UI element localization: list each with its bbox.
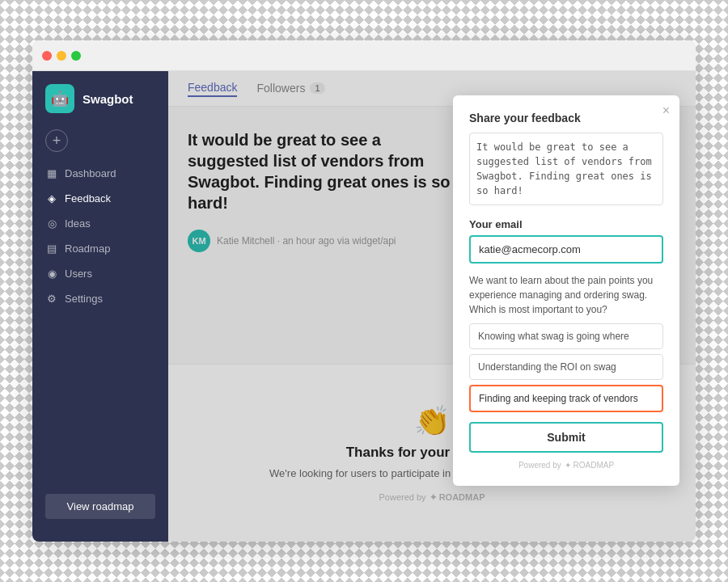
option-1[interactable]: Knowing what swag is going where — [469, 323, 663, 349]
modal-overlay: × Share your feedback It would be great … — [168, 71, 696, 542]
sidebar-item-users[interactable]: ◉ Users — [32, 262, 168, 285]
feedback-icon: ◈ — [45, 192, 58, 205]
sidebar-label-users: Users — [65, 268, 92, 280]
browser-window: 🤖 Swagbot + ▦ Dashboard ◈ Feedback ◎ Ide… — [32, 40, 696, 542]
feedback-modal: × Share your feedback It would be great … — [453, 95, 679, 486]
modal-powered-by: Powered by ✦ ROADMAP — [469, 461, 663, 470]
view-roadmap-button[interactable]: View roadmap — [45, 494, 155, 519]
logo-icon: 🤖 — [45, 84, 74, 113]
settings-icon: ⚙ — [45, 293, 58, 305]
roadmap-icon: ▤ — [45, 242, 58, 255]
browser-bar — [32, 40, 696, 71]
sidebar-label-dashboard: Dashboard — [65, 167, 116, 179]
sidebar-label-ideas: Ideas — [65, 217, 91, 230]
sidebar-logo: 🤖 Swagbot — [32, 84, 168, 129]
ideas-icon: ◎ — [45, 217, 58, 230]
modal-roadmap-logo: ✦ ROADMAP — [565, 461, 614, 470]
modal-close-button[interactable]: × — [662, 103, 670, 118]
sidebar-label-feedback: Feedback — [65, 192, 111, 205]
sidebar-item-ideas[interactable]: ◎ Ideas — [32, 212, 168, 235]
sidebar-item-dashboard[interactable]: ▦ Dashboard — [32, 162, 168, 185]
submit-button[interactable]: Submit — [469, 422, 663, 453]
option-3[interactable]: Finding and keeping track of vendors — [469, 385, 663, 412]
sidebar-label-roadmap: Roadmap — [65, 242, 110, 255]
users-icon: ◉ — [45, 268, 58, 280]
add-workspace-button[interactable]: + — [45, 129, 68, 152]
dot-green[interactable] — [71, 51, 81, 61]
main-content: Feedback Followers 1 It would be great t… — [168, 71, 696, 542]
dot-red[interactable] — [42, 51, 52, 61]
sidebar-label-settings: Settings — [65, 293, 103, 305]
sidebar-item-roadmap[interactable]: ▤ Roadmap — [32, 237, 168, 260]
sidebar-item-settings[interactable]: ⚙ Settings — [32, 287, 168, 310]
dot-yellow[interactable] — [57, 51, 66, 61]
survey-question: We want to learn about the pain points y… — [469, 273, 663, 317]
email-input[interactable] — [469, 235, 663, 264]
dashboard-icon: ▦ — [45, 167, 58, 179]
email-label: Your email — [469, 218, 663, 230]
app-body: 🤖 Swagbot + ▦ Dashboard ◈ Feedback ◎ Ide… — [32, 71, 696, 542]
feedback-textarea[interactable]: It would be great to see a suggested lis… — [469, 133, 663, 205]
app-name: Swagbot — [83, 92, 133, 106]
sidebar: 🤖 Swagbot + ▦ Dashboard ◈ Feedback ◎ Ide… — [32, 71, 168, 542]
option-2[interactable]: Understanding the ROI on swag — [469, 354, 663, 380]
sidebar-item-feedback[interactable]: ◈ Feedback — [32, 187, 168, 210]
sidebar-nav: ▦ Dashboard ◈ Feedback ◎ Ideas ▤ Roadmap… — [32, 162, 168, 484]
modal-title: Share your feedback — [469, 112, 663, 124]
